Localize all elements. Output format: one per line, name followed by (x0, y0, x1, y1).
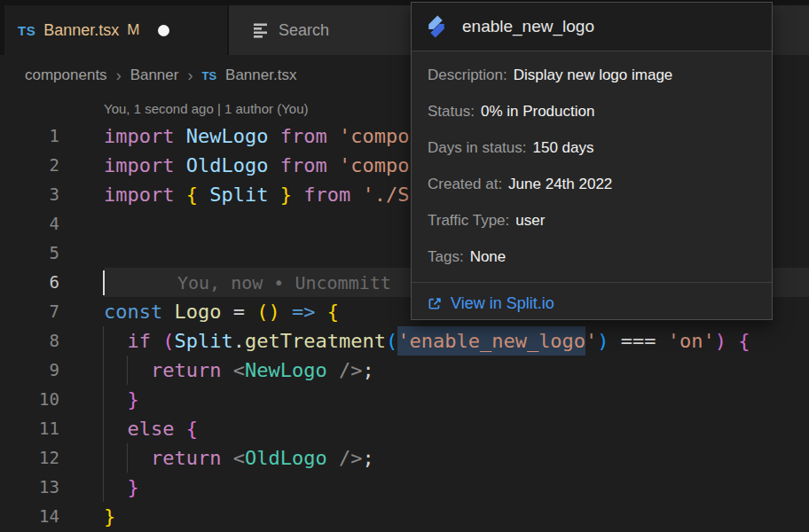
detail-value: June 24th 2022 (508, 176, 612, 192)
code-token: { (186, 418, 198, 440)
code-line-14[interactable]: 14} (0, 502, 809, 531)
code-token: { (186, 184, 198, 206)
code-token: import (104, 154, 174, 176)
code-token: = (221, 301, 256, 323)
code-token (727, 330, 738, 352)
code-line-8[interactable]: 8 if (Split.getTreatment('enable_new_log… (0, 326, 809, 356)
line-number: 10 (0, 385, 59, 414)
code-token (327, 447, 339, 469)
flag-detail-row: Days in status:150 days (428, 129, 772, 166)
code-token: const (104, 301, 162, 323)
code-token (151, 330, 162, 352)
code-token: /> (339, 359, 363, 381)
code-line-11[interactable]: 11 else { (0, 414, 809, 443)
popup-header: enable_new_logo (412, 3, 772, 51)
line-number: 14 (0, 502, 59, 531)
unsaved-dot-icon[interactable] (158, 25, 169, 36)
line-number: 4 (0, 209, 59, 239)
code-token (327, 359, 339, 381)
code-token: . (233, 330, 245, 352)
split-io-logo-icon (423, 13, 450, 40)
code-token: Split (209, 184, 268, 206)
code-token: if (128, 330, 152, 352)
code-token: () (256, 301, 280, 323)
code-token: } (280, 184, 292, 206)
tab-filename: Banner.tsx (43, 21, 119, 40)
indent-guide (103, 326, 104, 502)
code-token (292, 184, 303, 206)
code-token: return (151, 359, 221, 381)
code-token (280, 301, 292, 323)
code-text: } (104, 502, 115, 531)
flag-detail-row: Tags:None (428, 239, 772, 275)
code-token: OldLogo (186, 154, 269, 176)
breadcrumb-components[interactable]: components (25, 66, 107, 84)
code-token (350, 184, 362, 206)
code-token: 'compo (339, 125, 409, 147)
flag-detail-row: Traffic Type:user (428, 202, 772, 239)
code-token (104, 388, 128, 411)
code-token (104, 476, 128, 498)
code-token (268, 184, 279, 206)
line-number: 13 (0, 473, 59, 502)
line-number: 5 (0, 239, 59, 268)
flag-detail-row: Status:0% in Production (428, 93, 772, 129)
detail-label: Status: (428, 103, 475, 120)
code-token: < (233, 447, 245, 469)
tab-banner-tsx[interactable]: TS Banner.tsx M (4, 5, 227, 55)
code-text: else { (104, 414, 198, 443)
detail-value: user (515, 212, 545, 229)
typescript-file-icon: TS (18, 23, 35, 38)
line-number: 2 (0, 151, 59, 180)
breadcrumb-file[interactable]: Banner.tsx (225, 66, 296, 84)
code-token: ( (162, 330, 174, 352)
view-in-splitio-label: View in Split.io (451, 294, 554, 313)
code-line-10[interactable]: 10 } (0, 385, 809, 414)
code-token: 'compo (339, 154, 409, 176)
code-token (174, 184, 185, 206)
detail-value: 150 days (533, 139, 594, 156)
line-number: 3 (0, 180, 59, 209)
inline-blame: You, now • Uncommitt (177, 272, 391, 293)
code-token (327, 125, 339, 147)
code-token: OldLogo (245, 447, 327, 469)
line-number: 6 (0, 268, 59, 297)
view-in-splitio-link[interactable]: View in Split.io (412, 283, 772, 313)
flag-detail-row: Created at:June 24th 2022 (428, 166, 772, 202)
line-number: 8 (0, 326, 59, 356)
code-line-12[interactable]: 12 return <OldLogo />; (0, 443, 809, 473)
search-editor-icon (251, 22, 269, 38)
detail-label: Created at: (428, 176, 502, 192)
code-token (174, 418, 185, 440)
line-number: 1 (0, 121, 59, 151)
code-line-13[interactable]: 13 } (0, 473, 809, 502)
code-token (162, 301, 174, 323)
code-token: NewLogo (186, 125, 269, 147)
codelens-blame[interactable]: You, 1 second ago | 1 author (You) (104, 99, 308, 119)
code-token: getTreatment (245, 330, 386, 352)
code-token: Split (175, 330, 233, 352)
code-text: } (104, 473, 139, 502)
code-line-9[interactable]: 9 return <NewLogo />; (0, 356, 809, 385)
code-token (174, 154, 185, 176)
code-token: else (128, 418, 175, 440)
code-token: /> (339, 447, 363, 469)
code-token: ' (585, 330, 597, 352)
code-token: NewLogo (245, 359, 327, 381)
indent-guide (127, 356, 128, 385)
code-token (268, 154, 279, 176)
code-text: import { Split } from './S (104, 180, 409, 209)
code-text: return <OldLogo />; (104, 443, 374, 473)
line-number: 12 (0, 443, 59, 473)
line-number: 7 (0, 297, 59, 326)
code-text: import NewLogo from 'compo (104, 121, 409, 151)
code-token: { (738, 330, 750, 352)
git-modified-badge: M (127, 21, 139, 39)
breadcrumb-banner[interactable]: Banner (130, 66, 179, 84)
text-cursor (103, 270, 105, 295)
split-feature-flag-popup: enable_new_logo Description:Display new … (411, 2, 773, 320)
code-token (198, 184, 209, 206)
typescript-file-icon: TS (201, 69, 216, 82)
detail-label: Description: (428, 66, 507, 83)
code-token: < (233, 359, 245, 381)
